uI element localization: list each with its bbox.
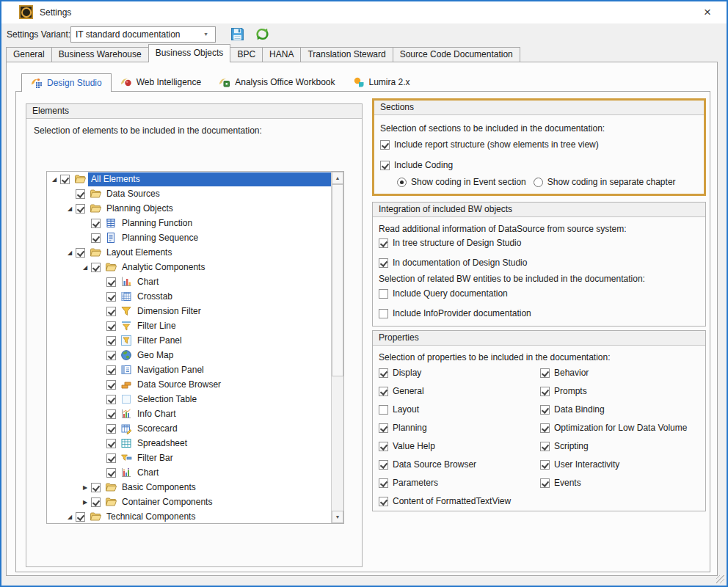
tree-item-checkbox[interactable] (106, 321, 116, 331)
tree-item-checkbox[interactable] (106, 277, 116, 287)
tree-item-data-source-browser[interactable]: Data Source Browser (47, 377, 331, 392)
save-icon[interactable] (230, 26, 245, 42)
tree-item-label[interactable]: Spreadsheet (134, 437, 192, 451)
tree-item-checkbox[interactable] (106, 336, 116, 346)
tree-item-planning-function[interactable]: Planning Function (47, 216, 331, 230)
tree-item-checkbox[interactable] (106, 365, 116, 375)
close-icon[interactable]: × (697, 3, 718, 22)
tree-item-dimension-filter[interactable]: Dimension Filter (47, 304, 331, 318)
tree-collapsed-icon[interactable]: ▶ (79, 484, 91, 491)
tree-item-checkbox[interactable] (106, 292, 116, 302)
tree-item-technical-components[interactable]: ◢Technical Components (47, 509, 331, 524)
scrollbar-thumb[interactable] (332, 184, 343, 376)
tree-item-label[interactable]: Technical Components (103, 510, 200, 524)
tree-item-all-elements[interactable]: ◢All Elements (47, 172, 331, 186)
radio-show-coding-in-event-section[interactable]: Show coding in Event section (397, 177, 526, 187)
checkbox-include-query-documentation[interactable]: Include Query documentation (379, 288, 531, 299)
checkbox-optimization-for-low-data-volume[interactable]: Optimization for Low Data Volume (540, 423, 687, 433)
sub-tab-analysis-office-workbook[interactable]: Analysis Office Workbook (210, 73, 343, 91)
tree-item-label[interactable]: Info Chart (134, 407, 181, 421)
checkbox-general[interactable]: General (379, 386, 511, 396)
checkbox-in-tree-structure-of-design-studio[interactable]: In tree structure of Design Studio (379, 238, 527, 248)
radio-show-coding-in-separate-chapter[interactable]: Show coding in separate chapter (534, 177, 676, 187)
checkbox-include-coding[interactable]: Include Coding (380, 160, 599, 170)
tree-collapsed-icon[interactable]: ▶ (79, 499, 91, 506)
tree-expanded-icon[interactable]: ◢ (64, 514, 76, 520)
main-tab-source-code-documentation[interactable]: Source Code Documentation (393, 47, 520, 62)
checkbox-behavior[interactable]: Behavior (540, 368, 687, 378)
checkbox-data-source-browser[interactable]: Data Source Browser (379, 459, 511, 470)
tree-item-label[interactable]: Crosstab (134, 290, 177, 304)
refresh-icon[interactable] (255, 26, 270, 42)
tree-item-checkbox[interactable] (106, 380, 116, 390)
checkbox-include-infoprovider-documentation[interactable]: Include InfoProvider documentation (379, 308, 531, 318)
tree-item-geo-map[interactable]: Geo Map (47, 348, 331, 362)
tree-item-label[interactable]: Chart (134, 466, 163, 480)
tree-item-container-components[interactable]: ▶Container Components (47, 495, 331, 509)
settings-variant-combobox[interactable]: IT standard documentation ▼ (70, 26, 216, 43)
tree-item-basic-components[interactable]: ▶Basic Components (47, 480, 331, 495)
tree-scrollbar[interactable]: ▲ ▼ (331, 172, 343, 523)
tree-item-chart[interactable]: Chart (47, 465, 331, 480)
tree-item-checkbox[interactable] (106, 453, 116, 463)
tree-item-label[interactable]: Filter Bar (134, 451, 178, 465)
tree-item-label[interactable]: Geo Map (134, 349, 178, 362)
tree-item-spreadsheet[interactable]: Spreadsheet (47, 436, 331, 451)
tree-item-checkbox[interactable] (60, 175, 70, 184)
tree-item-filter-panel[interactable]: Filter Panel (47, 333, 331, 348)
tree-item-label[interactable]: Planning Function (119, 216, 197, 230)
tree-item-checkbox[interactable] (91, 233, 101, 243)
sub-tab-design-studio[interactable]: Design Studio (21, 73, 112, 92)
tree-item-planning-sequence[interactable]: Planning Sequence (47, 230, 331, 245)
checkbox-scripting[interactable]: Scripting (540, 441, 687, 451)
tree-item-label[interactable]: Navigation Panel (134, 363, 208, 377)
tree-item-crosstab[interactable]: Crosstab (47, 289, 331, 304)
checkbox-parameters[interactable]: Parameters (379, 478, 511, 488)
tree-item-checkbox[interactable] (106, 351, 116, 360)
scroll-down-icon[interactable]: ▼ (332, 511, 343, 523)
tree-item-checkbox[interactable] (106, 424, 116, 434)
tree-item-filter-bar[interactable]: Filter Bar (47, 451, 331, 465)
tree-expanded-icon[interactable]: ◢ (79, 264, 91, 271)
tree-item-label[interactable]: Planning Sequence (119, 231, 203, 245)
tree-item-label[interactable]: Container Components (119, 495, 216, 509)
main-tab-general[interactable]: General (6, 47, 52, 62)
checkbox-content-of-formattedtextview[interactable]: Content of FormattedTextView (379, 496, 511, 506)
checkbox-layout[interactable]: Layout (379, 404, 511, 415)
tree-item-data-sources[interactable]: Data Sources (47, 186, 331, 201)
tree-item-checkbox[interactable] (91, 483, 101, 492)
tree-item-label[interactable]: Chart (134, 275, 163, 289)
tree-item-checkbox[interactable] (106, 409, 116, 419)
tree-item-label[interactable]: Dimension Filter (134, 305, 205, 318)
main-tab-translation-steward[interactable]: Translation Steward (300, 47, 393, 62)
tree-item-chart[interactable]: Chart (47, 274, 331, 289)
resize-grip[interactable] (716, 575, 724, 583)
tree-item-checkbox[interactable] (91, 263, 101, 272)
tree-item-label[interactable]: All Elements (88, 172, 331, 186)
tree-item-scorecard[interactable]: Scorecard (47, 421, 331, 436)
tree-expanded-icon[interactable]: ◢ (64, 205, 76, 212)
sub-tab-web-intelligence[interactable]: Web Intelligence (112, 73, 211, 91)
checkbox-in-documentation-of-design-studio[interactable]: In documentation of Design Studio (379, 258, 527, 268)
tree-item-analytic-components[interactable]: ◢Analytic Components (47, 260, 331, 274)
main-tab-bpc[interactable]: BPC (230, 47, 263, 62)
main-tab-business-warehouse[interactable]: Business Warehouse (51, 47, 149, 62)
tree-item-label[interactable]: Basic Components (119, 481, 200, 495)
tree-item-planning-objects[interactable]: ◢Planning Objects (47, 201, 331, 216)
tree-item-label[interactable]: Scorecard (134, 422, 182, 436)
tree-item-filter-line[interactable]: Filter Line (47, 318, 331, 333)
tree-item-checkbox[interactable] (91, 497, 101, 507)
checkbox-include-report-structure-show-elements-in-tree-view[interactable]: Include report structure (show elements … (380, 139, 599, 150)
tree-item-info-chart[interactable]: Info Chart (47, 406, 331, 421)
main-tab-business-objects[interactable]: Business Objects (148, 44, 231, 62)
tree-item-label[interactable]: Selection Table (134, 393, 201, 406)
tree-item-label[interactable]: Layout Elements (103, 246, 176, 260)
tree-item-checkbox[interactable] (106, 468, 116, 478)
tree-item-label[interactable]: Filter Line (134, 319, 181, 333)
tree-item-selection-table[interactable]: Selection Table (47, 392, 331, 406)
tree-item-checkbox[interactable] (76, 248, 85, 258)
checkbox-user-interactivity[interactable]: User Interactivity (540, 459, 687, 470)
tree-item-label[interactable]: Filter Panel (134, 334, 186, 348)
tree-item-checkbox[interactable] (106, 395, 116, 404)
tree-item-checkbox[interactable] (76, 512, 85, 522)
